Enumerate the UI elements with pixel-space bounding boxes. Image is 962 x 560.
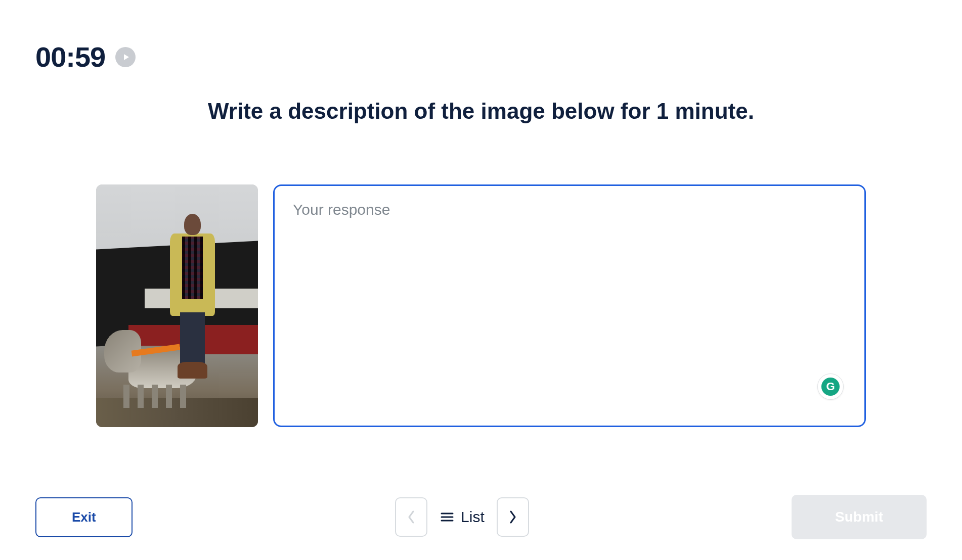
list-label: List (461, 508, 485, 526)
exit-button[interactable]: Exit (35, 497, 133, 537)
prev-button[interactable] (395, 497, 427, 537)
submit-button[interactable]: Submit (792, 495, 927, 539)
prompt-image (96, 184, 258, 427)
chevron-left-icon (406, 509, 416, 525)
play-button[interactable] (115, 47, 136, 67)
list-button[interactable]: List (440, 508, 485, 526)
timer-display: 00:59 (35, 40, 105, 73)
play-icon (122, 53, 130, 61)
next-button[interactable] (497, 497, 529, 537)
grammarly-icon: G (821, 378, 840, 396)
image-scene (96, 184, 258, 427)
grammarly-button[interactable]: G (817, 374, 844, 400)
prompt-text: Write a description of the image below f… (35, 99, 927, 124)
chevron-right-icon (508, 509, 518, 525)
response-input[interactable] (273, 184, 866, 427)
list-icon (440, 509, 455, 525)
